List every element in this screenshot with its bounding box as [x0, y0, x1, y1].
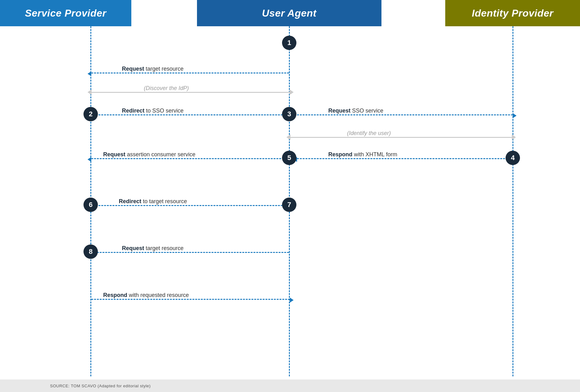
step-5-circle: 5 [282, 151, 296, 165]
rest-redirect-sso: to SSO service [146, 108, 184, 114]
label-respond-xhtml: Respond with XHTML form [328, 151, 397, 158]
label-redirect-sso: Redirect to SSO service [122, 108, 184, 114]
service-provider-header: Service Provider [0, 0, 131, 26]
identity-provider-header: Identity Provider [445, 0, 580, 26]
source-text: SOURCE: TOM SCAVO (Adapted for editorial… [50, 384, 151, 388]
bold-request-target-2: Request [122, 245, 144, 251]
rest-redirect-target: to target resource [143, 198, 187, 204]
bold-respond-resource: Respond [103, 292, 127, 298]
label-request-assertion: Request assertion consumer service [103, 151, 195, 158]
arrow-redirect-sso [98, 114, 288, 115]
bold-respond-xhtml: Respond [328, 151, 352, 158]
bold-redirect-target: Redirect [119, 198, 141, 204]
rest-request-assertion: assertion consumer service [127, 151, 195, 158]
rest-request-sso: SSO service [352, 108, 383, 114]
step-8-label: 8 [89, 248, 93, 256]
rest-target-resource: target resource [146, 66, 184, 72]
gray-label-discover: (Discover the IdP) [144, 85, 189, 92]
bold-request: Request [122, 66, 144, 72]
step-4-circle: 4 [506, 151, 520, 165]
arrow-request-target [91, 73, 289, 73]
bold-request-sso: Request [328, 108, 351, 114]
arrow-request-sso [297, 114, 513, 115]
arrow-respond-resource [91, 299, 290, 300]
label-request-target: Request target resource [122, 66, 184, 72]
arrow-redirect-target [98, 205, 288, 206]
gray-arrow-discover [91, 92, 290, 93]
user-agent-header: User Agent [197, 0, 381, 26]
rest-respond-resource: with requested resource [129, 292, 189, 298]
arrow-request-assertion [91, 158, 281, 159]
gray-label-identify: (Identify the user) [347, 130, 391, 137]
step-5-label: 5 [287, 154, 291, 162]
service-provider-title: Service Provider [25, 8, 107, 19]
label-request-target-2: Request target resource [122, 245, 184, 252]
step-7-circle: 7 [282, 198, 296, 212]
step-3-circle: 3 [282, 107, 296, 121]
source-footer: SOURCE: TOM SCAVO (Adapted for editorial… [0, 379, 580, 392]
arrow-respond-xhtml [297, 158, 505, 159]
step-1-circle: 1 [282, 36, 296, 50]
identity-provider-title: Identity Provider [472, 8, 553, 19]
bold-request-assertion: Request [103, 151, 125, 158]
step-8-circle: 8 [83, 244, 98, 259]
step-3-label: 3 [287, 110, 291, 118]
label-respond-resource: Respond with requested resource [103, 292, 189, 299]
step-6-label: 6 [89, 201, 93, 209]
rest-respond-xhtml: with XHTML form [354, 151, 397, 158]
bold-redirect: Redirect [122, 108, 144, 114]
arrow-request-target-2 [91, 252, 289, 253]
step-7-label: 7 [287, 201, 291, 209]
rest-request-target-2: target resource [146, 245, 184, 251]
gray-arrow-identify [290, 137, 512, 138]
step-4-label: 4 [511, 154, 515, 162]
diagram-area: 1 Request target resource (Discover the … [0, 26, 580, 392]
step-2-label: 2 [89, 110, 93, 118]
vline-idp [512, 26, 513, 376]
label-redirect-target: Redirect to target resource [119, 198, 187, 205]
step-2-circle: 2 [83, 107, 98, 121]
step-6-circle: 6 [83, 198, 98, 212]
step-1-label: 1 [287, 39, 291, 47]
label-request-sso: Request SSO service [328, 108, 383, 114]
user-agent-title: User Agent [262, 8, 317, 19]
